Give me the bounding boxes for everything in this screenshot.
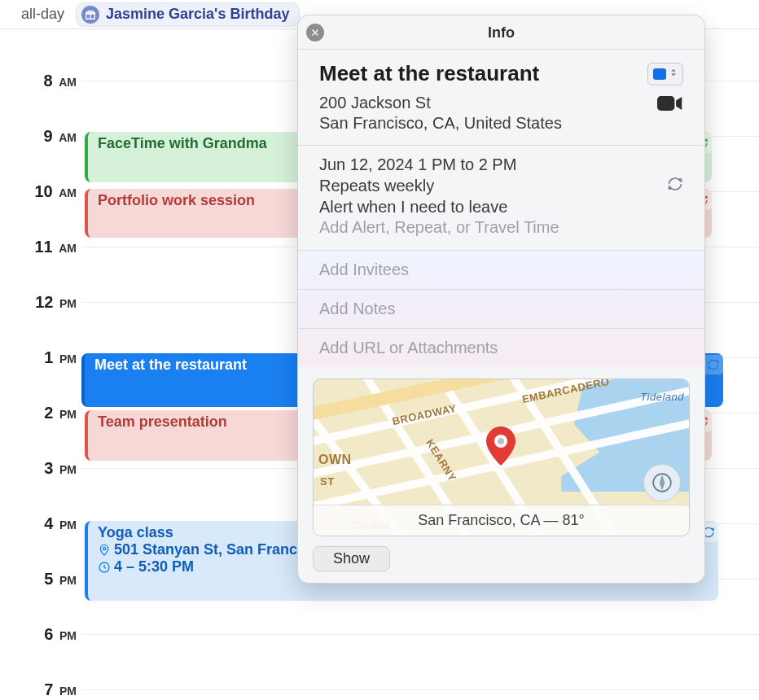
hour-label-12pm: 12 PM (0, 293, 81, 312)
clock-icon (98, 561, 111, 574)
event-time: 4 – 5:30 PM (114, 558, 194, 575)
hour-label-11am: 11 AM (0, 238, 81, 256)
map-compass-button[interactable] (643, 464, 681, 501)
add-invitees-field[interactable]: Add Invitees (298, 251, 704, 290)
hour-label-3pm: 3 PM (0, 459, 81, 478)
svg-point-5 (498, 438, 504, 444)
add-url-attachments-field[interactable]: Add URL or Attachments (298, 329, 704, 367)
add-notes-field[interactable]: Add Notes (298, 290, 704, 329)
repeat-icon (704, 355, 723, 374)
event-title: Meet at the restaurant (94, 357, 247, 373)
event-alert-row[interactable]: Alert when I need to leave (319, 198, 683, 217)
map-weather-banner: San Francisco, CA — 81° (314, 505, 689, 536)
hour-label-10am: 10 AM (0, 182, 81, 201)
repeat-icon (667, 176, 683, 196)
event-repeat-row[interactable]: Repeats weekly (319, 176, 683, 196)
hour-label-5pm: 5 PM (0, 570, 81, 588)
event-title: Portfolio work session (98, 192, 255, 208)
event-datetime[interactable]: Jun 12, 2024 1 PM to 2 PM (319, 155, 683, 174)
svg-point-1 (103, 547, 105, 549)
gift-icon (81, 6, 99, 24)
hour-label-1pm: 1 PM (0, 348, 81, 367)
show-button[interactable]: Show (313, 546, 390, 571)
location-map[interactable]: BROADWAY EMBARCADERO KEARNY OWN ST Tidel… (313, 378, 690, 536)
map-area-label: OWN (318, 453, 352, 467)
facetime-button[interactable] (657, 94, 683, 116)
event-title: Team presentation (98, 413, 227, 430)
event-info-popover: Info Meet at the restaurant 200 Jackson … (297, 15, 705, 584)
all-day-birthday-event[interactable]: Jasmine Garcia's Birthday (76, 2, 300, 27)
hour-label-4pm: 4 PM (0, 514, 81, 533)
all-day-label: all-day (21, 6, 64, 23)
popover-title: Info (298, 15, 704, 50)
svg-rect-3 (657, 96, 674, 111)
map-pin-icon (486, 427, 516, 469)
hour-label-2pm: 2 PM (0, 404, 81, 422)
event-title: FaceTime with Grandma (98, 135, 267, 151)
hour-label-9am: 9 AM (0, 127, 81, 146)
hour-label-8am: 8 AM (0, 72, 81, 90)
map-street-label: ST (320, 475, 335, 488)
event-location-field[interactable]: 200 Jackson St San Francisco, CA, United… (319, 93, 562, 133)
location-pin-icon (98, 544, 111, 557)
calendar-color-swatch (653, 68, 666, 80)
close-button[interactable] (306, 24, 324, 42)
event-title-field[interactable]: Meet at the restaurant (319, 61, 539, 86)
all-day-event-title: Jasmine Garcia's Birthday (106, 6, 289, 23)
event-datetime-section: Jun 12, 2024 1 PM to 2 PM Repeats weekly… (298, 146, 704, 251)
calendar-color-select[interactable] (647, 63, 683, 85)
event-header-section: Meet at the restaurant 200 Jackson St Sa… (298, 50, 704, 146)
map-water-label: Tideland (640, 391, 684, 403)
chevron-updown-icon (669, 66, 678, 82)
hour-label-6pm: 6 PM (0, 625, 81, 644)
add-alert-repeat-travel[interactable]: Add Alert, Repeat, or Travel Time (319, 218, 683, 237)
event-location: 501 Stanyan St, San Francisco (114, 541, 327, 558)
popover-titlebar: Info (298, 15, 704, 50)
hour-label-7pm: 7 PM (0, 680, 81, 699)
